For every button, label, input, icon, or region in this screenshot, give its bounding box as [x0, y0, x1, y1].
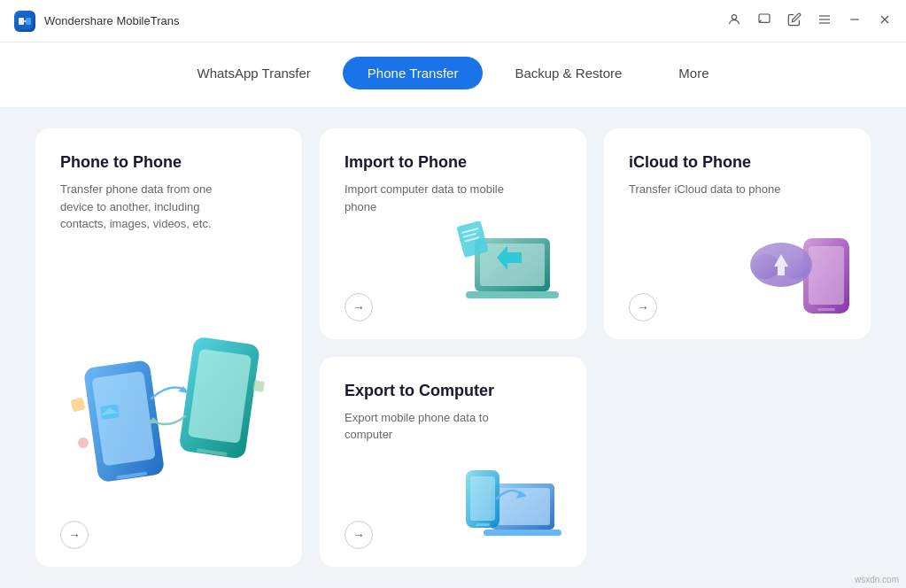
minimize-button[interactable]: [848, 12, 862, 30]
svg-point-37: [783, 258, 808, 279]
empty-cell: [604, 357, 871, 568]
card-icloud-desc: Transfer iCloud data to phone: [629, 181, 788, 198]
close-button[interactable]: [878, 12, 892, 30]
svg-point-23: [78, 437, 89, 448]
svg-point-3: [732, 14, 736, 19]
user-icon[interactable]: [727, 12, 741, 30]
tab-phone-transfer[interactable]: Phone Transfer: [343, 57, 484, 89]
svg-rect-1: [19, 18, 24, 25]
svg-rect-22: [252, 380, 265, 392]
export-illustration: [453, 444, 572, 549]
feedback-icon[interactable]: [757, 12, 771, 30]
svg-rect-41: [484, 530, 561, 536]
nav-bar: WhatsApp Transfer Phone Transfer Backup …: [0, 43, 906, 107]
title-bar-left: Wondershare MobileTrans: [14, 11, 179, 32]
card-import-arrow[interactable]: →: [345, 293, 373, 321]
title-bar-controls: [727, 12, 892, 30]
tab-more[interactable]: More: [654, 57, 733, 89]
card-import-to-phone[interactable]: Import to Phone Import computer data to …: [320, 128, 586, 339]
svg-rect-33: [809, 246, 844, 305]
app-icon: [14, 11, 35, 32]
phone-to-phone-illustration: [67, 328, 271, 505]
svg-rect-26: [466, 291, 559, 298]
card-export-to-computer[interactable]: Export to Computer Export mobile phone d…: [320, 357, 586, 568]
watermark: wsxdn.com: [855, 575, 899, 584]
svg-rect-34: [817, 308, 835, 311]
card-export-arrow[interactable]: →: [345, 521, 373, 549]
tab-whatsapp-transfer[interactable]: WhatsApp Transfer: [172, 57, 335, 89]
title-bar: Wondershare MobileTrans: [0, 0, 906, 43]
menu-icon[interactable]: [817, 12, 832, 30]
main-content: Phone to Phone Transfer phone data from …: [0, 107, 906, 588]
svg-rect-2: [26, 18, 31, 25]
card-icloud-title: iCloud to Phone: [629, 153, 846, 172]
card-phone-to-phone-desc: Transfer phone data from one device to a…: [60, 181, 220, 233]
svg-rect-21: [70, 397, 85, 412]
card-icloud-to-phone[interactable]: iCloud to Phone Transfer iCloud data to …: [604, 128, 871, 339]
card-import-title: Import to Phone: [345, 153, 561, 172]
card-export-desc: Export mobile phone data to computer: [345, 409, 504, 444]
import-illustration: [457, 212, 572, 321]
edit-icon[interactable]: [787, 12, 801, 30]
app-title: Wondershare MobileTrans: [44, 14, 179, 27]
card-phone-to-phone-title: Phone to Phone: [60, 153, 277, 172]
tab-backup-restore[interactable]: Backup & Restore: [490, 57, 647, 89]
card-phone-to-phone-arrow[interactable]: →: [60, 521, 89, 549]
card-phone-to-phone[interactable]: Phone to Phone Transfer phone data from …: [35, 128, 302, 567]
svg-rect-44: [476, 523, 490, 526]
card-import-desc: Import computer data to mobile phone: [345, 181, 504, 215]
card-icloud-arrow[interactable]: →: [629, 293, 657, 321]
icloud-illustration: [741, 216, 856, 321]
card-export-title: Export to Computer: [345, 382, 561, 400]
svg-rect-43: [470, 476, 495, 521]
svg-rect-25: [480, 244, 545, 286]
